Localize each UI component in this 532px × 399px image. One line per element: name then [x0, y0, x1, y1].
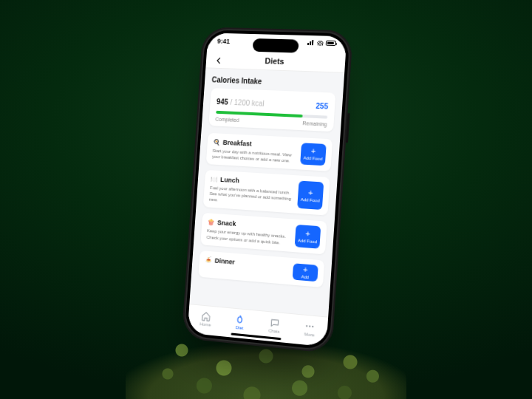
calories-card: 945 / 1200 kcal 255 Completed Remaining [208, 88, 335, 132]
meal-description: Fuel your afternoon with a balanced lunc… [209, 185, 293, 208]
tab-diet[interactable]: Diet [234, 314, 245, 330]
signal-icon [307, 40, 315, 45]
add-food-label: Add [301, 274, 309, 280]
plus-icon: + [303, 265, 308, 274]
page-title: Diets [265, 56, 284, 66]
phone-frame: 9:41 Diets Calories Intake [182, 27, 353, 353]
breakfast-icon: 🍳 [213, 138, 220, 146]
tab-bar: Home Diet Chats More [188, 304, 329, 347]
calories-remaining-value: 255 [316, 102, 328, 111]
svg-point-2 [312, 326, 313, 328]
tab-more[interactable]: More [304, 321, 316, 338]
chevron-left-icon [214, 56, 223, 65]
meal-card-dinner: 🍝 Dinner + Add [198, 250, 324, 288]
dynamic-island [253, 38, 299, 53]
lunch-icon: 🍽️ [211, 175, 218, 183]
svg-point-0 [306, 325, 307, 327]
remaining-label: Remaining [302, 120, 327, 127]
meal-card-snack: 🍿 Snack Keep your energy up with healthy… [200, 213, 327, 254]
home-icon [201, 311, 211, 322]
more-icon [304, 321, 316, 332]
completed-label: Completed [215, 117, 239, 123]
wifi-icon [317, 40, 324, 45]
tab-home[interactable]: Home [200, 310, 212, 327]
scroll-area[interactable]: Calories Intake 945 / 1200 kcal 255 Comp… [189, 68, 344, 316]
chats-icon [269, 317, 280, 328]
dinner-icon: 🍝 [205, 256, 212, 264]
add-food-button[interactable]: + Add Food [295, 225, 321, 248]
meal-description: Start your day with a nutritious meal. V… [212, 148, 296, 164]
status-time: 9:41 [217, 38, 231, 45]
tab-label: Diet [236, 325, 244, 330]
tab-label: More [304, 332, 315, 337]
meal-name: Breakfast [222, 139, 252, 148]
diet-icon [235, 314, 245, 325]
meal-name: Snack [217, 219, 236, 228]
calories-consumed: 945 [216, 98, 229, 106]
meal-card-breakfast: 🍳 Breakfast Start your day with a nutrit… [206, 133, 332, 171]
battery-icon [326, 41, 336, 46]
snack-icon: 🍿 [208, 219, 215, 227]
plus-icon: + [305, 230, 310, 239]
tab-label: Home [200, 321, 211, 327]
add-food-button[interactable]: + Add Food [297, 181, 324, 211]
meal-card-lunch: 🍽️ Lunch Fuel your afternoon with a bala… [203, 170, 330, 216]
plus-icon: + [308, 188, 313, 197]
add-food-button[interactable]: + Add [293, 263, 318, 282]
tab-label: Chats [268, 328, 280, 334]
plus-icon: + [311, 147, 316, 155]
tab-chats[interactable]: Chats [268, 317, 281, 334]
back-button[interactable] [213, 55, 225, 66]
calories-section-title: Calories Intake [211, 75, 336, 88]
add-food-label: Add Food [298, 238, 317, 245]
meal-name: Dinner [214, 256, 235, 265]
add-food-label: Add Food [303, 156, 322, 162]
svg-point-1 [309, 325, 310, 327]
calories-consumed-text: 945 / 1200 kcal [216, 94, 265, 109]
add-food-label: Add Food [301, 197, 320, 202]
calories-goal: 1200 kcal [233, 98, 265, 108]
meal-name: Lunch [220, 176, 239, 184]
add-food-button[interactable]: + Add Food [300, 143, 327, 166]
meal-description: Keep your energy up with healthy snacks.… [206, 228, 290, 247]
phone-screen: 9:41 Diets Calories Intake [188, 33, 347, 347]
